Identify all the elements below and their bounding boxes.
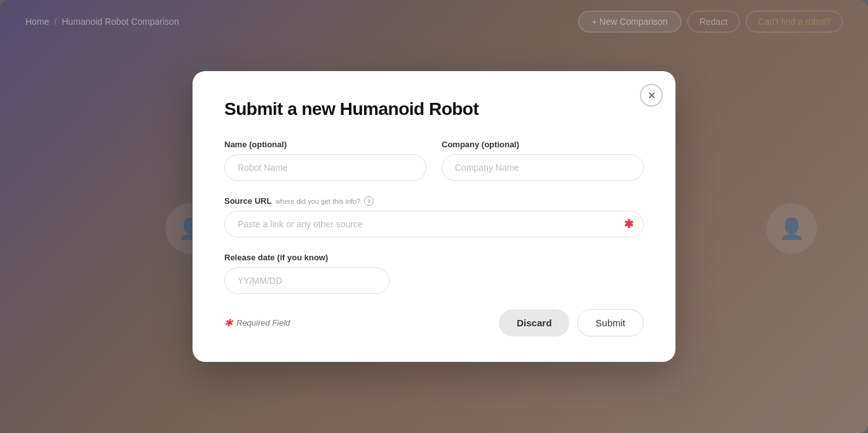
discard-button[interactable]: Discard	[499, 309, 569, 336]
robot-name-input[interactable]	[224, 154, 426, 181]
source-url-input[interactable]	[224, 211, 644, 237]
source-label-hint: where did you get this info?	[275, 197, 360, 205]
company-label: Company (optional)	[442, 140, 644, 149]
source-required-star: ✱	[624, 217, 634, 231]
release-date-label: Release date (if you know)	[224, 253, 644, 262]
source-label-text: Source URL	[224, 196, 271, 206]
company-field-group: Company (optional)	[442, 140, 644, 181]
name-label: Name (optional)	[224, 140, 426, 149]
source-url-group: Source URL where did you get this info? …	[224, 196, 644, 237]
submit-robot-modal: ✕ Submit a new Humanoid Robot Name (opti…	[193, 71, 675, 362]
release-date-input[interactable]	[224, 267, 390, 294]
modal-title: Submit a new Humanoid Robot	[224, 99, 644, 119]
name-field-group: Name (optional)	[224, 140, 426, 181]
source-info-icon[interactable]: i	[364, 196, 374, 206]
modal-close-button[interactable]: ✕	[640, 84, 663, 107]
name-company-row: Name (optional) Company (optional)	[224, 140, 644, 181]
submit-button[interactable]: Submit	[577, 309, 644, 336]
footer-buttons: Discard Submit	[499, 309, 644, 336]
required-field-note: ✱ Required Field	[224, 317, 290, 329]
company-name-input[interactable]	[442, 154, 644, 181]
source-input-wrapper: ✱	[224, 211, 644, 237]
release-date-group: Release date (if you know)	[224, 253, 644, 294]
required-field-text: Required Field	[236, 318, 290, 328]
modal-overlay: ✕ Submit a new Humanoid Robot Name (opti…	[0, 0, 868, 433]
required-star-icon: ✱	[224, 317, 233, 329]
source-url-label: Source URL where did you get this info? …	[224, 196, 644, 206]
modal-footer: ✱ Required Field Discard Submit	[224, 309, 644, 336]
